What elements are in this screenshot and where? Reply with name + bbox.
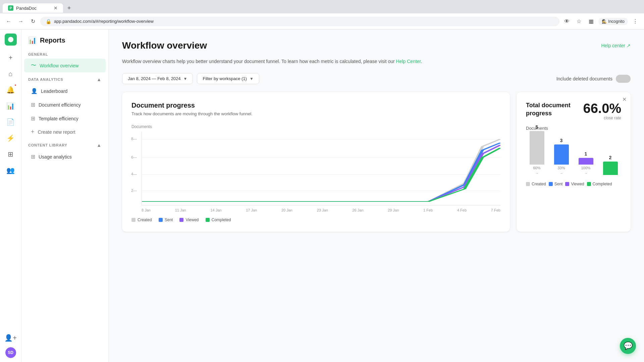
- browser-tab-pandadoc[interactable]: P PandaDoc ✕: [3, 3, 63, 13]
- browser-star-icon[interactable]: ☆: [574, 17, 584, 26]
- nav-templates-icon[interactable]: ⊞: [4, 147, 17, 161]
- workspace-chevron-icon: ▼: [250, 76, 254, 81]
- page-header: Workflow overview Help center ↗: [122, 40, 631, 51]
- side-legend-completed-label: Completed: [593, 182, 612, 186]
- icon-bar: + ⌂ 🔔 📊 📄 ⚡ ⊞ 👥 👤+ SD: [0, 29, 21, 362]
- gridline-label-6: 6—: [131, 155, 137, 159]
- x-label-8: 29 Jan: [388, 208, 399, 212]
- side-legend-viewed-label: Viewed: [571, 182, 584, 186]
- x-label-4: 17 Jan: [246, 208, 257, 212]
- browser-tab-close[interactable]: ✕: [54, 5, 58, 11]
- side-legend-sent-label: Sent: [554, 182, 563, 186]
- sidebar-item-workflow-overview[interactable]: 〜 Workflow overview: [24, 59, 106, 72]
- browser-address-bar[interactable]: 🔒 app.pandadoc.com/a/#/reporting/workflo…: [40, 17, 559, 26]
- legend-sent: Sent: [159, 218, 173, 222]
- sidebar-item-leaderboard[interactable]: 👤 Leaderboard: [24, 84, 106, 98]
- browser-refresh-button[interactable]: ↻: [28, 17, 38, 26]
- description-text-1: Workflow overview charts help you better…: [122, 59, 396, 64]
- help-center-inline-link[interactable]: Help Center: [396, 59, 421, 64]
- browser-chrome: P PandaDoc ✕ + ← → ↻ 🔒 app.pandadoc.com/…: [0, 0, 644, 29]
- data-analytics-chevron[interactable]: ▲: [97, 77, 102, 82]
- nav-documents-icon[interactable]: 📄: [4, 115, 17, 129]
- legend-viewed-dot: [179, 218, 183, 222]
- include-deleted-control: Include deleted documents: [556, 75, 631, 83]
- legend-completed-dot: [206, 218, 210, 222]
- bar-viewed: [579, 158, 593, 165]
- total-percentage: 66.0%: [583, 102, 621, 115]
- close-card-button[interactable]: ✕: [622, 96, 627, 103]
- browser-menu-icon[interactable]: ⋮: [631, 17, 640, 26]
- browser-url: app.pandadoc.com/a/#/reporting/workflow-…: [54, 19, 554, 24]
- include-deleted-toggle[interactable]: [616, 75, 631, 83]
- pandadoc-favicon: P: [8, 5, 13, 11]
- total-card-title: Total document progress: [526, 102, 583, 117]
- content-library-chevron[interactable]: ▲: [97, 142, 102, 148]
- charts-row: Document progress Track how documents ar…: [122, 92, 631, 232]
- help-center-link[interactable]: Help center ↗: [601, 43, 631, 48]
- side-legend-sent-dot: [549, 182, 553, 186]
- bar-pct-created: 60%: [533, 166, 540, 170]
- bar-chart: 5 60% → 3 33% → 1: [526, 135, 621, 175]
- incognito-badge: 🕵️ Incognito: [598, 18, 628, 25]
- chart-legend: Created Sent Viewed Completed: [131, 218, 500, 222]
- legend-created-dot: [131, 218, 136, 222]
- x-label-5: 20 Jan: [281, 208, 292, 212]
- sidebar-item-template-efficiency[interactable]: ⊞ Template efficiency: [24, 112, 106, 125]
- browser-eye-slash-icon[interactable]: 👁: [562, 17, 572, 26]
- browser-forward-button[interactable]: →: [16, 17, 25, 26]
- nav-reports-icon[interactable]: 📊: [4, 99, 17, 113]
- x-label-11: 7 Feb: [491, 208, 500, 212]
- sidebar-header: 📊 Reports: [21, 29, 108, 48]
- sidebar-item-usage-analytics[interactable]: ⊞ Usage analytics: [24, 150, 106, 163]
- legend-viewed-label: Viewed: [185, 218, 199, 222]
- data-analytics-label: DATA ANALYTICS: [28, 77, 63, 81]
- x-label-7: 26 Jan: [352, 208, 363, 212]
- sidebar-data-analytics-section: DATA ANALYTICS ▲: [21, 73, 108, 84]
- total-card-header: Total document progress 66.0% close rate: [526, 102, 621, 120]
- sidebar-workflow-overview-label: Workflow overview: [40, 63, 78, 68]
- x-label-1: 8 Jan: [142, 208, 151, 212]
- workspace-filter[interactable]: Filter by workspace (1) ▼: [197, 73, 259, 84]
- close-rate-label: close rate: [583, 116, 621, 120]
- side-legend: Created Sent Viewed Completed: [526, 182, 621, 186]
- nav-activity-icon[interactable]: ⚡: [4, 131, 17, 145]
- bar-value-completed: 2: [609, 155, 612, 160]
- nav-notifications-icon[interactable]: 🔔: [4, 83, 17, 97]
- content-library-label: CONTENT LIBRARY: [28, 143, 67, 147]
- nav-contacts-icon[interactable]: 👥: [4, 164, 17, 177]
- sidebar-document-efficiency-label: Document efficiency: [39, 102, 81, 108]
- legend-sent-label: Sent: [165, 218, 173, 222]
- side-legend-created-dot: [526, 182, 530, 186]
- gridline-label-2: 2—: [131, 188, 137, 192]
- doc-progress-subtitle: Track how documents are moving through t…: [131, 111, 500, 116]
- side-legend-created-label: Created: [532, 182, 546, 186]
- pandadoc-logo[interactable]: [5, 34, 17, 46]
- sidebar-content-library-section: CONTENT LIBRARY ▲: [21, 138, 108, 150]
- nav-add-user-icon[interactable]: 👤+: [4, 331, 17, 345]
- description-text-2: .: [421, 59, 422, 64]
- sidebar-leaderboard-label: Leaderboard: [41, 88, 67, 94]
- nav-home-icon[interactable]: ⌂: [4, 67, 17, 80]
- browser-tab-bar: P PandaDoc ✕ +: [0, 0, 644, 13]
- gridline-label-8: 8—: [131, 137, 137, 141]
- reports-chart-icon: 📊: [28, 36, 37, 44]
- sidebar-item-document-efficiency[interactable]: ⊞ Document efficiency: [24, 98, 106, 111]
- browser-sidebar-icon[interactable]: ▦: [586, 17, 596, 26]
- browser-back-button[interactable]: ←: [4, 17, 13, 26]
- bar-value-viewed: 1: [585, 151, 587, 157]
- bar-group-created: 5 60% →: [526, 124, 548, 175]
- user-avatar[interactable]: SD: [5, 347, 16, 358]
- date-range-filter[interactable]: Jan 8, 2024 — Feb 8, 2024 ▼: [122, 73, 193, 84]
- date-range-chevron-icon: ▼: [183, 76, 187, 81]
- bar-pct-sent: 33%: [557, 166, 565, 170]
- nav-plus-button[interactable]: +: [4, 51, 17, 64]
- incognito-icon: 🕵️: [602, 19, 607, 24]
- sidebar-item-create-new-report[interactable]: + Create new report: [24, 126, 106, 138]
- browser-lock-icon: 🔒: [46, 19, 51, 24]
- browser-new-tab-button[interactable]: +: [64, 3, 74, 13]
- side-legend-completed-dot: [587, 182, 591, 186]
- x-label-10: 4 Feb: [457, 208, 467, 212]
- chat-support-button[interactable]: 💬: [620, 338, 636, 354]
- page-description: Workflow overview charts help you better…: [122, 58, 631, 65]
- general-label: GENERAL: [28, 52, 48, 56]
